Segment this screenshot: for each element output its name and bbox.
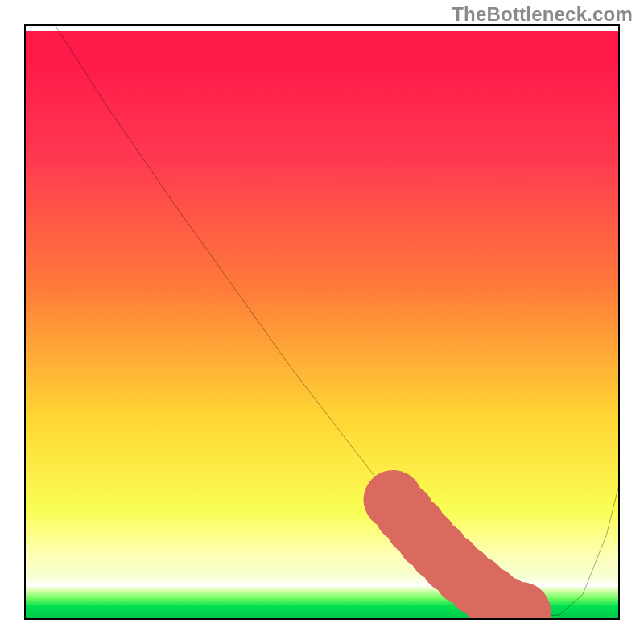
plot-area	[24, 24, 620, 620]
curve-group	[56, 26, 618, 615]
chart-frame: TheBottleneck.com	[0, 0, 644, 644]
watermark-label: TheBottleneck.com	[452, 3, 633, 26]
bottleneck-zone-highlight	[393, 500, 535, 616]
chart-svg	[26, 26, 618, 618]
bottleneck-curve	[56, 26, 618, 615]
